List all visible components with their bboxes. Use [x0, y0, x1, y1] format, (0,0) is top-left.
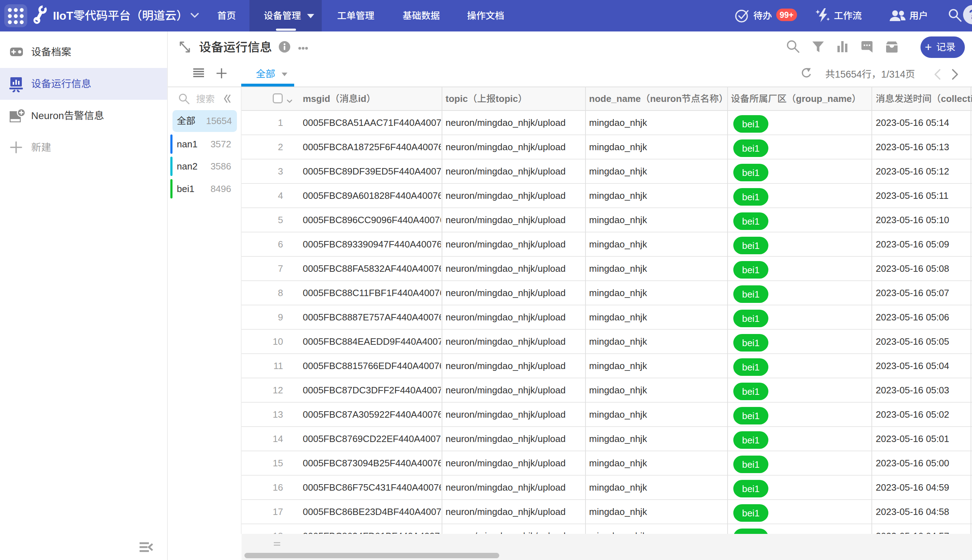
svg-text:?: ?: [969, 7, 972, 22]
